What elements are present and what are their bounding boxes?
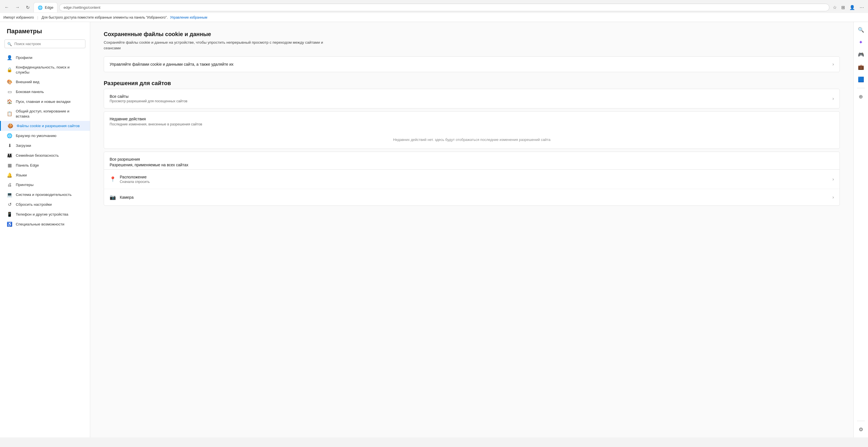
tab-title: Edge	[45, 5, 53, 9]
sidebar-item-label-sharing: Общий доступ, копирование и вставка	[16, 109, 83, 119]
recent-activity-subtitle: Последние изменения, внесенные в разреше…	[110, 122, 834, 126]
newtab-icon: 🏠	[7, 99, 12, 104]
sidebar-item-downloads[interactable]: ⬇Загрузки	[0, 141, 90, 150]
sidebar-item-printers[interactable]: 🖨Принтеры	[0, 180, 90, 190]
manage-cookies-row[interactable]: Управляйте файлами cookie и данными сайт…	[104, 57, 840, 72]
sidebar-item-label-system: Система и производительность	[16, 192, 71, 197]
camera-left: 📷 Камера	[110, 194, 133, 200]
all-sites-text: Все сайты Просмотр разрешений для посеще…	[110, 94, 187, 103]
back-button[interactable]: ←	[2, 4, 11, 11]
phone-icon: 📱	[7, 212, 12, 217]
all-sites-row[interactable]: Все сайты Просмотр разрешений для посеще…	[104, 89, 840, 108]
cookies-title: Сохраненные файлы cookie и данные	[104, 31, 840, 37]
forward-button[interactable]: →	[13, 4, 22, 11]
all-permissions-header: Все разрешения Разрешения, применяемые н…	[104, 152, 840, 169]
refresh-button[interactable]: ↻	[24, 4, 32, 11]
sidebar-item-label-default: Браузер по умолчанию	[16, 133, 56, 139]
location-text: Расположение Сначала спросить	[120, 175, 150, 184]
cookies-section: Сохраненные файлы cookie и данные Сохран…	[104, 31, 840, 72]
active-tab[interactable]: 🌐 Edge	[34, 2, 58, 12]
location-icon: 📍	[110, 176, 116, 182]
all-permissions-title: Все разрешения	[110, 157, 834, 161]
search-input[interactable]	[4, 39, 85, 48]
permissions-section: Разрешения для сайтов Все сайты Просмотр…	[104, 80, 840, 206]
sidebar-item-label-cookies: Файлы cookie и разрешения сайтов	[17, 123, 80, 128]
camera-row[interactable]: 📷 Камера ›	[104, 189, 840, 205]
downloads-icon: ⬇	[7, 143, 12, 148]
recent-activity-empty: Недавних действий нет. здесь будут отобр…	[104, 131, 840, 149]
recent-activity-card: Недавние действия Последние изменения, в…	[104, 111, 840, 149]
profiles-icon: 👤	[7, 55, 12, 60]
sidebar-item-cookies[interactable]: 🍪Файлы cookie и разрешения сайтов	[0, 121, 90, 131]
permissions-title: Разрешения для сайтов	[104, 80, 840, 87]
all-sites-subtitle: Просмотр разрешений для посещенных сайто…	[110, 99, 187, 103]
sidebar-item-sidebar[interactable]: ▭Боковая панель	[0, 87, 90, 97]
printers-icon: 🖨	[7, 182, 12, 187]
reset-icon: ↺	[7, 202, 12, 207]
sidebar-item-languages[interactable]: 🔔Языки	[0, 170, 90, 180]
sidebar-item-accessibility[interactable]: ♿Специальные возможности	[0, 219, 90, 229]
sidebar-outlook-icon[interactable]: 🟦	[855, 74, 867, 85]
sidebar-games-icon[interactable]: 🎮	[855, 49, 867, 60]
sidebar-item-system[interactable]: 💻Система и производительность	[0, 190, 90, 200]
more-icon[interactable]: ⋯	[858, 3, 866, 12]
location-left: 📍 Расположение Сначала спросить	[110, 175, 150, 184]
favorites-icon[interactable]: ☆	[831, 3, 838, 12]
sidebar-item-label-newtab: Пуск, главная и новые вкладки	[16, 99, 70, 104]
sidebar-item-label-profiles: Профили	[16, 55, 32, 60]
system-icon: 💻	[7, 192, 12, 197]
default-icon: 🌐	[7, 133, 12, 139]
sidebar-icon: ▭	[7, 89, 12, 94]
cookies-icon: 🍪	[8, 123, 13, 128]
sidebar-item-label-reset: Сбросить настройки	[16, 202, 52, 207]
sidebar-item-sharing[interactable]: 📋Общий доступ, копирование и вставка	[0, 107, 90, 121]
sidebar-settings-icon[interactable]: ⚙	[855, 424, 867, 435]
camera-text: Камера	[120, 195, 133, 200]
sidebar-item-reset[interactable]: ↺Сбросить настройки	[0, 200, 90, 209]
manage-cookies-title: Управляйте файлами cookie и данными сайт…	[110, 62, 234, 66]
sidebar-item-phone[interactable]: 📱Телефон и другие устройства	[0, 209, 90, 219]
sidebar-item-family[interactable]: 👨‍👩‍👧Семейная безопасность	[0, 150, 90, 160]
sidebar-copilot-icon[interactable]: ✦	[855, 37, 867, 48]
manage-cookies-card[interactable]: Управляйте файлами cookie и данными сайт…	[104, 56, 840, 72]
profile-icon[interactable]: 👤	[848, 3, 857, 12]
sidebar-wallet-icon[interactable]: 💼	[855, 61, 867, 73]
camera-icon: 📷	[110, 194, 116, 200]
location-title: Расположение	[120, 175, 150, 179]
sidebar-item-edgebar[interactable]: ▦Панель Edge	[0, 160, 90, 170]
settings-nav: 👤Профили🔒Конфиденциальность, поиск и слу…	[0, 53, 90, 229]
camera-chevron: ›	[833, 195, 834, 200]
all-sites-chevron: ›	[833, 96, 834, 101]
location-chevron: ›	[833, 177, 834, 182]
address-bar[interactable]: edge://settings/content	[59, 4, 829, 11]
sidebar-item-label-family: Семейная безопасность	[16, 153, 59, 158]
location-subtitle: Сначала спросить	[120, 180, 150, 184]
sidebar-item-label-downloads: Загрузки	[16, 143, 31, 148]
main-container: Параметры 🔍 👤Профили🔒Конфиденциальность,…	[0, 22, 868, 438]
tab-icon: 🌐	[38, 5, 42, 10]
sidebar-item-profiles[interactable]: 👤Профили	[0, 53, 90, 63]
sidebar-item-default[interactable]: 🌐Браузер по умолчанию	[0, 131, 90, 141]
recent-activity-header: Недавние действия Последние изменения, в…	[104, 112, 840, 126]
sidebar-item-label-phone: Телефон и другие устройства	[16, 212, 68, 217]
location-row[interactable]: 📍 Расположение Сначала спросить ›	[104, 170, 840, 189]
sharing-icon: 📋	[7, 111, 12, 116]
sidebar-item-label-appearance: Внешний вид	[16, 80, 39, 85]
address-text: edge://settings/content	[63, 5, 100, 9]
appearance-icon: 🎨	[7, 79, 12, 85]
all-permissions-card: Все разрешения Разрешения, применяемые н…	[104, 152, 840, 206]
sidebar-search-icon[interactable]: 🔍	[855, 24, 867, 35]
sidebar-item-privacy[interactable]: 🔒Конфиденциальность, поиск и службы	[0, 63, 90, 77]
sidebar-add-icon[interactable]: ⊕	[855, 91, 867, 102]
collections-icon[interactable]: ⊞	[840, 3, 846, 12]
all-sites-card[interactable]: Все сайты Просмотр разрешений для посеще…	[104, 89, 840, 109]
search-icon: 🔍	[7, 42, 12, 46]
sidebar-divider-2	[857, 421, 865, 421]
edgebar-icon: ▦	[7, 162, 12, 168]
tab-bar: ← → ↻ 🌐 Edge edge://settings/content ☆ ⊞…	[0, 0, 868, 13]
manage-favorites-link[interactable]: Управление избранным	[170, 16, 207, 20]
sidebar-item-newtab[interactable]: 🏠Пуск, главная и новые вкладки	[0, 97, 90, 107]
sidebar-item-appearance[interactable]: 🎨Внешний вид	[0, 77, 90, 87]
all-sites-title: Все сайты	[110, 94, 187, 99]
favorites-bar: Импорт избранного | Для быстрого доступа…	[0, 13, 868, 22]
